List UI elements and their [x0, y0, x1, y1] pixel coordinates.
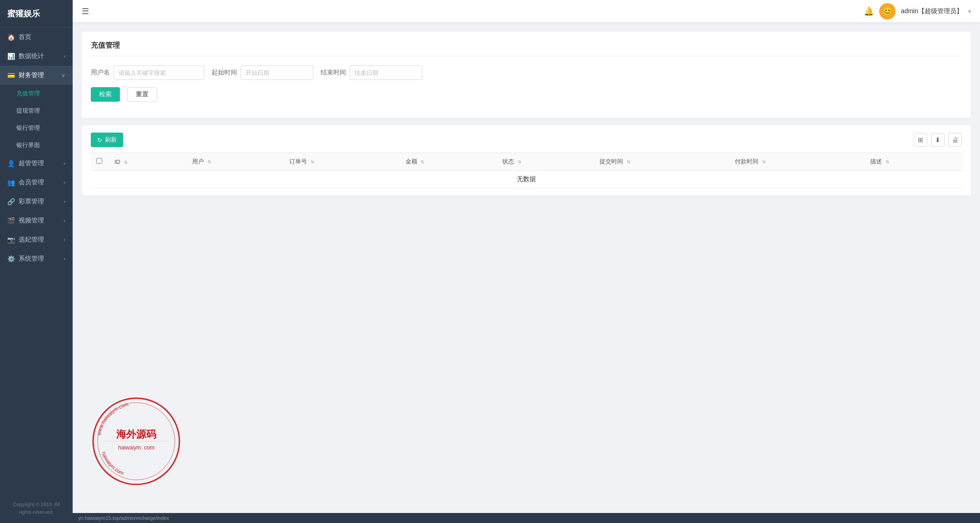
sidebar-item-system-label: 系统管理	[19, 255, 44, 263]
sidebar-item-lottery-label: 彩票管理	[19, 197, 44, 206]
avatar[interactable]: 😊	[879, 3, 896, 20]
username-label: 用户名	[91, 69, 110, 77]
status-bar: yn.haiwaiym15.top/admin/recharge/index	[73, 513, 980, 523]
page-title: 充值管理	[91, 41, 962, 56]
bell-icon[interactable]: 🔔	[864, 6, 874, 16]
sidebar-item-home[interactable]: 🏠 首页	[0, 28, 73, 47]
data-table: ID ⇅ 用户 ⇅ 订单号 ⇅ 金额 ⇅	[91, 153, 962, 188]
col-amount[interactable]: 金额 ⇅	[400, 153, 497, 171]
username-input[interactable]	[114, 65, 204, 80]
anchor-icon: 📷	[7, 236, 15, 243]
end-time-filter-group: 结束时间	[321, 65, 422, 80]
sidebar-sub-item-recharge[interactable]: 充值管理	[0, 85, 73, 102]
table-body: 无数据	[91, 171, 962, 188]
sidebar-item-anchor[interactable]: 📷 选妃管理 ›	[0, 230, 73, 249]
export-button[interactable]: ⬇	[931, 133, 945, 147]
video-icon: 🎬	[7, 217, 15, 224]
chevron-right-icon-2: ›	[64, 160, 65, 167]
sort-icon-amount: ⇅	[421, 159, 424, 164]
sidebar-item-finance-label: 财务管理	[19, 71, 44, 79]
sidebar-item-member-label: 会员管理	[19, 178, 44, 187]
start-time-filter-group: 起始时间	[212, 65, 313, 80]
col-pay-time[interactable]: 付款时间 ⇅	[729, 153, 865, 171]
sidebar-sub-item-withdraw[interactable]: 提现管理	[0, 102, 73, 119]
col-submit-time[interactable]: 提交时间 ⇅	[594, 153, 729, 171]
col-desc[interactable]: 描述 ⇅	[865, 153, 962, 171]
select-all-checkbox[interactable]	[96, 158, 102, 164]
sort-icon-user: ⇅	[208, 159, 211, 164]
chevron-right-icon-5: ›	[64, 217, 65, 224]
copyright-text: Copyright © 2019. All rights reserved.	[0, 493, 73, 523]
start-time-label: 起始时间	[212, 69, 237, 77]
filter-buttons-row: 检索 重置	[91, 87, 962, 102]
sidebar-sub-item-bank-ui-label: 银行界面	[16, 141, 40, 149]
sidebar-item-data-stats[interactable]: 📊 数据统计 ›	[0, 47, 73, 66]
sort-icon-order: ⇅	[311, 159, 314, 164]
chevron-down-icon: ∨	[61, 72, 65, 79]
gear-icon: ⚙️	[7, 255, 15, 262]
sidebar-item-video[interactable]: 🎬 视频管理 ›	[0, 211, 73, 230]
sidebar-sub-item-recharge-label: 充值管理	[16, 89, 40, 98]
sidebar-item-finance[interactable]: 💳 财务管理 ∨	[0, 66, 73, 85]
status-url: yn.haiwaiym15.top/admin/recharge/index	[78, 515, 169, 521]
table-header: ID ⇅ 用户 ⇅ 订单号 ⇅ 金额 ⇅	[91, 153, 962, 171]
sidebar-item-video-label: 视频管理	[19, 217, 44, 225]
filter-card: 充值管理 用户名 起始时间 结束时间 检索 重置	[82, 32, 971, 118]
sort-icon-id: ⇅	[124, 160, 128, 165]
header-left: ☰	[82, 6, 89, 16]
sidebar-item-home-label: 首页	[19, 33, 31, 41]
sidebar-sub-item-bank[interactable]: 银行管理	[0, 119, 73, 137]
top-header: ☰ 🔔 😊 admin【超级管理员】 ▾	[73, 0, 980, 23]
sidebar-item-super-admin[interactable]: 👤 超管管理 ›	[0, 154, 73, 173]
username-filter-group: 用户名	[91, 65, 204, 80]
col-status[interactable]: 状态 ⇅	[497, 153, 594, 171]
end-time-label: 结束时间	[321, 69, 346, 77]
column-settings-icon: ⊞	[918, 136, 923, 143]
sidebar: 蜜獾娱乐 🏠 首页 📊 数据统计 › 💳 财务管理 ∨ 充值管	[0, 0, 73, 523]
chart-icon: 📊	[7, 53, 15, 60]
filter-row: 用户名 起始时间 结束时间	[91, 65, 962, 80]
home-icon: 🏠	[7, 34, 15, 41]
col-id[interactable]: ID ⇅	[109, 153, 187, 171]
username-label[interactable]: admin【超级管理员】	[901, 7, 963, 15]
chevron-right-icon-7: ›	[64, 256, 65, 262]
search-button[interactable]: 检索	[91, 87, 120, 102]
col-order-no[interactable]: 订单号 ⇅	[284, 153, 400, 171]
finance-icon: 💳	[7, 72, 15, 79]
group-icon: 👥	[7, 179, 15, 186]
dropdown-arrow-icon[interactable]: ▾	[968, 8, 971, 15]
sidebar-item-super-admin-label: 超管管理	[19, 159, 44, 168]
no-data-cell: 无数据	[91, 171, 962, 188]
print-button[interactable]: 🖨	[948, 133, 962, 147]
chevron-right-icon: ›	[64, 53, 65, 59]
chevron-right-icon-6: ›	[64, 237, 65, 243]
sort-icon-desc: ⇅	[886, 159, 889, 164]
main-area: ☰ 🔔 😊 admin【超级管理员】 ▾ 充值管理 用户名 起始时间	[73, 0, 980, 523]
menu-toggle-button[interactable]: ☰	[82, 6, 89, 16]
table-toolbar: ↻ 刷新 ⊞ ⬇ 🖨	[91, 133, 962, 147]
checkbox-col-header[interactable]	[91, 153, 109, 171]
sidebar-item-system[interactable]: ⚙️ 系统管理 ›	[0, 249, 73, 268]
col-user[interactable]: 用户 ⇅	[187, 153, 284, 171]
end-time-input[interactable]	[350, 65, 422, 80]
sidebar-sub-item-withdraw-label: 提现管理	[16, 107, 40, 115]
reset-button[interactable]: 重置	[127, 87, 157, 102]
header-right: 🔔 😊 admin【超级管理员】 ▾	[864, 3, 971, 20]
column-settings-button[interactable]: ⊞	[914, 133, 927, 147]
sort-icon-submit-time: ⇅	[627, 159, 630, 164]
refresh-button[interactable]: ↻ 刷新	[91, 133, 123, 147]
sidebar-item-anchor-label: 选妃管理	[19, 236, 44, 244]
sidebar-item-lottery[interactable]: 🔗 彩票管理 ›	[0, 192, 73, 211]
sidebar-logo: 蜜獾娱乐	[0, 0, 73, 28]
sidebar-menu: 🏠 首页 📊 数据统计 › 💳 财务管理 ∨ 充值管理 提现管理	[0, 28, 73, 493]
sort-icon-status: ⇅	[518, 159, 521, 164]
user-icon: 👤	[7, 160, 15, 167]
sort-icon-pay-time: ⇅	[762, 159, 766, 164]
start-time-input[interactable]	[241, 65, 313, 80]
sidebar-sub-item-bank-label: 银行管理	[16, 124, 40, 132]
table-card: ↻ 刷新 ⊞ ⬇ 🖨	[82, 125, 971, 196]
refresh-icon: ↻	[97, 137, 102, 143]
sidebar-item-member[interactable]: 👥 会员管理 ›	[0, 173, 73, 192]
sidebar-sub-item-bank-ui[interactable]: 银行界面	[0, 137, 73, 154]
lottery-icon: 🔗	[7, 198, 15, 205]
